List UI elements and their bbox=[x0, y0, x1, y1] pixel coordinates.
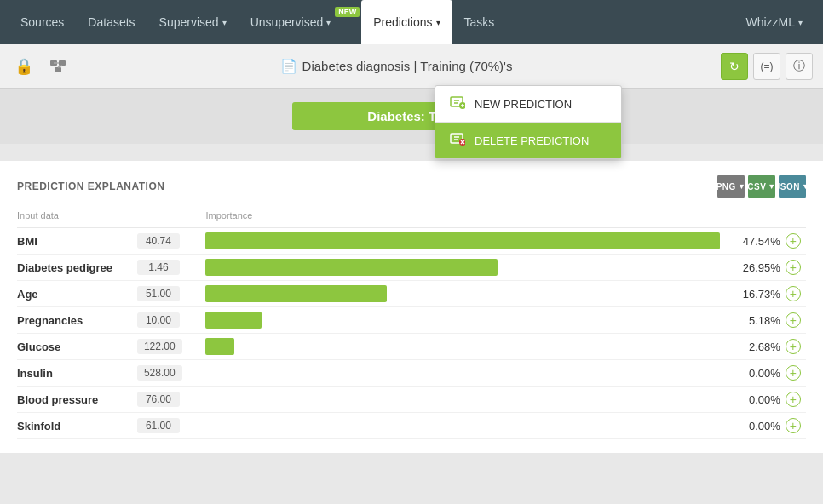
gray-spacer bbox=[0, 144, 823, 161]
feature-bar bbox=[205, 360, 720, 387]
feature-action: + bbox=[780, 255, 806, 281]
nav-predictions[interactable]: Predictions ▾ bbox=[361, 0, 452, 44]
nav-datasets[interactable]: Datasets bbox=[76, 0, 147, 44]
formula-btn[interactable]: (=) bbox=[753, 53, 780, 80]
export-csv-label: CSV bbox=[747, 182, 766, 192]
nav-supervised[interactable]: Supervised ▾ bbox=[147, 0, 239, 44]
col-header-action bbox=[780, 209, 806, 228]
table-row: Blood pressure 76.00 0.00% + bbox=[17, 387, 806, 413]
export-png-btn[interactable]: PNG ▼ bbox=[717, 175, 745, 198]
feature-value: 76.00 bbox=[137, 387, 206, 413]
delete-prediction-icon bbox=[449, 131, 466, 150]
export-json-label: JSON bbox=[775, 182, 800, 192]
add-feature-btn[interactable]: + bbox=[786, 233, 801, 249]
delete-prediction-item[interactable]: DELETE PREDICTION bbox=[435, 123, 621, 158]
toolbar-actions: ↻ (=) ⓘ bbox=[721, 53, 813, 80]
bar-fill bbox=[205, 338, 234, 355]
new-prediction-svg bbox=[450, 94, 465, 110]
feature-pct: 47.54% bbox=[720, 228, 780, 255]
prediction-result-container: Diabetes: True bbox=[0, 89, 823, 144]
section-title-text: PREDICTION EXPLANATION bbox=[17, 180, 164, 192]
col-importance-label: Importance bbox=[205, 210, 252, 220]
feature-pct: 0.00% bbox=[720, 360, 780, 387]
feature-bar bbox=[205, 281, 720, 307]
bar-track bbox=[205, 391, 720, 408]
add-feature-btn[interactable]: + bbox=[786, 312, 801, 328]
predictions-dropdown-arrow: ▾ bbox=[436, 18, 440, 27]
toolbar-title-text: Diabetes diagnosis | Training (70%)'s bbox=[302, 59, 513, 73]
main-content: PREDICTION EXPLANATION PNG ▼ CSV ▼ JSON … bbox=[0, 161, 823, 453]
feature-bar bbox=[205, 413, 720, 439]
new-prediction-label: NEW PREDICTION bbox=[475, 98, 572, 111]
lock-icon[interactable]: 🔒 bbox=[10, 53, 37, 80]
section-header: PREDICTION EXPLANATION PNG ▼ CSV ▼ JSON … bbox=[17, 175, 806, 198]
feature-pct: 0.00% bbox=[720, 387, 780, 413]
new-prediction-item[interactable]: NEW PREDICTION bbox=[435, 86, 621, 122]
bar-track bbox=[205, 312, 720, 329]
add-feature-btn[interactable]: + bbox=[786, 365, 801, 381]
nav-unsupervised-label: Unsupervised bbox=[250, 15, 324, 29]
feature-action: + bbox=[780, 228, 806, 255]
nav-sources[interactable]: Sources bbox=[9, 0, 76, 44]
add-feature-btn[interactable]: + bbox=[786, 286, 801, 301]
feature-action: + bbox=[780, 334, 806, 360]
table-row: Skinfold 61.00 0.00% + bbox=[17, 413, 806, 439]
feature-value: 51.00 bbox=[137, 281, 206, 307]
feature-bar bbox=[205, 334, 720, 360]
feature-label: Glucose bbox=[17, 334, 137, 360]
svg-rect-2 bbox=[55, 67, 61, 72]
nav-datasets-label: Datasets bbox=[88, 15, 135, 29]
user-dropdown-arrow: ▾ bbox=[798, 18, 803, 27]
nav-user[interactable]: WhizzML ▾ bbox=[734, 9, 814, 36]
table-row: Glucose 122.00 2.68% + bbox=[17, 334, 806, 360]
value-pill: 122.00 bbox=[137, 339, 182, 354]
bar-track bbox=[205, 232, 720, 249]
feature-label: Age bbox=[17, 281, 137, 307]
bar-track bbox=[205, 338, 720, 355]
feature-label: Insulin bbox=[17, 360, 137, 387]
bar-track bbox=[205, 259, 720, 276]
feature-value: 122.00 bbox=[137, 334, 206, 360]
add-feature-btn[interactable]: + bbox=[786, 392, 801, 407]
feature-action: + bbox=[780, 281, 806, 307]
col-header-importance: Importance bbox=[205, 209, 720, 228]
nav-user-label: WhizzML bbox=[745, 15, 795, 29]
table-row: Pregnancies 10.00 5.18% + bbox=[17, 307, 806, 334]
nav-tasks[interactable]: Tasks bbox=[452, 0, 507, 44]
nav-unsupervised[interactable]: Unsupervised NEW ▾ bbox=[239, 0, 362, 44]
value-pill: 528.00 bbox=[137, 365, 182, 381]
add-feature-btn[interactable]: + bbox=[786, 339, 801, 354]
prediction-table: Input data Importance BMI 40.74 47.54% + bbox=[17, 209, 806, 439]
add-feature-btn[interactable]: + bbox=[786, 260, 801, 275]
feature-value: 40.74 bbox=[137, 228, 206, 255]
export-json-btn[interactable]: JSON ▼ bbox=[779, 175, 806, 198]
bar-fill bbox=[205, 232, 720, 249]
feature-value: 61.00 bbox=[137, 413, 206, 439]
toolbar-doc-icon: 📄 bbox=[280, 58, 297, 74]
table-row: Diabetes pedigree 1.46 26.95% + bbox=[17, 255, 806, 281]
feature-label: Diabetes pedigree bbox=[17, 255, 137, 281]
value-pill: 10.00 bbox=[137, 312, 180, 328]
feature-label: BMI bbox=[17, 228, 137, 255]
feature-bar bbox=[205, 228, 720, 255]
svg-rect-1 bbox=[59, 60, 66, 66]
download-icon-png: ▼ bbox=[738, 182, 745, 191]
add-feature-btn[interactable]: + bbox=[786, 418, 801, 433]
info-btn[interactable]: ⓘ bbox=[786, 53, 813, 80]
feature-action: + bbox=[780, 307, 806, 334]
predictions-dropdown-menu: NEW PREDICTION DELETE PREDICTION bbox=[435, 85, 622, 159]
feature-bar bbox=[205, 307, 720, 334]
feature-value: 528.00 bbox=[137, 360, 206, 387]
feature-label: Skinfold bbox=[17, 413, 137, 439]
bar-track bbox=[205, 364, 720, 381]
feature-pct: 5.18% bbox=[720, 307, 780, 334]
export-csv-btn[interactable]: CSV ▼ bbox=[748, 175, 775, 198]
bar-fill bbox=[205, 259, 497, 276]
model-svg-icon bbox=[48, 56, 68, 77]
feature-pct: 16.73% bbox=[720, 281, 780, 307]
table-row: Age 51.00 16.73% + bbox=[17, 281, 806, 307]
model-icon[interactable] bbox=[44, 53, 72, 80]
toolbar-title: 📄 Diabetes diagnosis | Training (70%)'s bbox=[78, 58, 714, 74]
refresh-btn[interactable]: ↻ bbox=[721, 53, 748, 80]
feature-value: 10.00 bbox=[137, 307, 206, 334]
